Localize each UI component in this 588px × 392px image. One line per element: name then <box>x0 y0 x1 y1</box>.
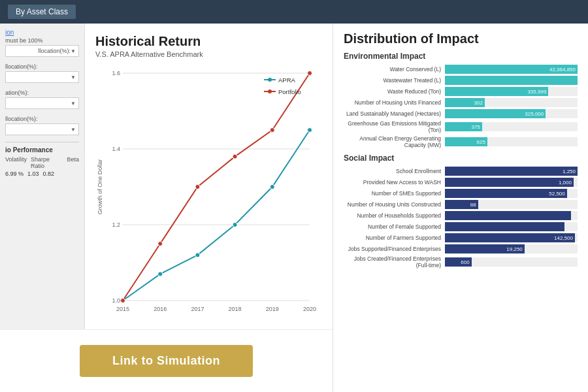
bar-fill: 42,364,850 <box>445 65 578 74</box>
dropdown-arrow-4: ▼ <box>71 127 76 133</box>
bar-fill <box>445 222 564 231</box>
simulation-button[interactable]: Link to Simulation <box>80 345 253 377</box>
bar-label: Water Conserved (L) <box>344 66 445 73</box>
bar-value: 600 <box>461 259 469 265</box>
bar-track: 19,250 <box>445 244 578 253</box>
bar-fill: 142,500 <box>445 233 575 242</box>
sidebar-sublabel-3: ation(%): <box>5 90 79 96</box>
perf-sharpe: 1.03 <box>27 171 39 177</box>
sidebar: ion must be 100% llocation(%): ▼ llocati… <box>0 24 85 329</box>
sidebar-input-2[interactable]: ▼ <box>5 71 79 83</box>
bar-fill: 1,000 <box>445 178 574 187</box>
svg-text:2019: 2019 <box>266 306 279 312</box>
sidebar-input-1[interactable]: llocation(%): ▼ <box>5 45 79 57</box>
svg-point-16 <box>158 272 163 276</box>
bar-row: School Enrollment1,250 <box>344 167 578 176</box>
social-bars: School Enrollment1,250Provided New Acces… <box>344 167 578 269</box>
bar-value: 302 <box>474 100 483 106</box>
bar-value: 19,250 <box>506 246 522 252</box>
bar-fill: 600 <box>445 257 472 267</box>
sidebar-label-1: ion <box>5 29 79 36</box>
bar-fill: 302 <box>445 98 485 107</box>
bar-track: 600 <box>445 257 578 267</box>
bar-label: Number of Female Supported <box>344 223 445 230</box>
bar-track: 1,250 <box>445 167 578 176</box>
bar-fill <box>445 76 578 85</box>
bar-row: Jobs Created/Financed Enterprises (Full-… <box>344 255 578 269</box>
bar-label: Number of SMEs Supported <box>344 190 445 197</box>
bar-value: 325,000 <box>525 111 544 117</box>
asset-class-button[interactable]: By Asset Class <box>8 5 76 19</box>
bar-label: Waste Reduced (Ton) <box>344 88 445 95</box>
bar-label: Number of Households Supported <box>344 212 445 219</box>
bar-label: Number of Housing Units Financed <box>344 99 445 106</box>
dropdown-arrow-2: ▼ <box>71 74 76 80</box>
bar-fill: 625 <box>445 137 487 146</box>
svg-point-20 <box>308 128 312 133</box>
bar-track: 52,500 <box>445 189 578 198</box>
chart-subtitle: V.S. APRA Alternative Benchmark <box>95 50 319 58</box>
env-bars: Water Conserved (L)42,364,850Wastewater … <box>344 65 578 148</box>
bar-track <box>445 222 578 231</box>
chart-area: Historical Return V.S. APRA Alternative … <box>85 24 333 329</box>
bar-value: 42,364,850 <box>549 67 576 73</box>
bar-row: Number of SMEs Supported52,500 <box>344 189 578 198</box>
sidebar-input-3[interactable]: ▼ <box>5 97 79 109</box>
bar-value: 335,999 <box>527 89 546 95</box>
sidebar-input-4[interactable]: ▼ <box>5 123 79 135</box>
svg-point-28 <box>268 78 272 82</box>
bar-label: Greenhouse Gas Emissions Mitigated (Ton) <box>344 120 445 133</box>
perf-header-vol: Volatility <box>5 156 27 169</box>
bar-track: 142,500 <box>445 233 578 242</box>
dropdown-arrow-1: ▼ <box>71 48 76 54</box>
bar-row: Jobs Supported/Financed Enterprises19,25… <box>344 244 578 253</box>
svg-point-25 <box>270 128 274 133</box>
bar-value: 1,000 <box>559 180 572 186</box>
social-section-title: Social Impact <box>344 154 578 163</box>
perf-headers: Volatility Sharpe Ratio Beta <box>5 156 79 169</box>
bar-value: 88 <box>470 202 476 208</box>
svg-text:2020: 2020 <box>303 306 316 312</box>
bar-label: Jobs Supported/Financed Enterprises <box>344 246 445 252</box>
bar-fill: 375 <box>445 122 482 131</box>
bar-value: 52,500 <box>549 191 564 197</box>
svg-point-18 <box>233 223 237 227</box>
svg-text:1.6: 1.6 <box>112 70 120 76</box>
svg-text:2018: 2018 <box>229 306 242 312</box>
left-panel: ion must be 100% llocation(%): ▼ llocati… <box>0 24 333 392</box>
bar-row: Waste Reduced (Ton)335,999 <box>344 87 578 96</box>
bar-track: 1,000 <box>445 178 578 187</box>
bar-row: Water Conserved (L)42,364,850 <box>344 65 578 74</box>
bar-track: 302 <box>445 98 578 107</box>
bar-row: Annual Clean Energy Generating Capacity … <box>344 135 578 148</box>
perf-values: 6.99 % 1.03 0.82 <box>5 171 79 177</box>
right-panel: Distribution of Impact Environmental Imp… <box>333 24 588 392</box>
svg-point-24 <box>233 154 237 159</box>
svg-point-23 <box>195 185 200 189</box>
bar-row: Wastewater Treated (L) <box>344 76 578 85</box>
bar-row: Provided New Access to WASH1,000 <box>344 178 578 187</box>
perf-title: io Performance <box>5 146 79 154</box>
svg-point-21 <box>121 299 125 303</box>
bar-fill: 88 <box>445 200 478 209</box>
chart-container: 1.01.21.41.6201520162017201820192020Grow… <box>95 63 319 323</box>
perf-header-beta: Beta <box>67 156 79 169</box>
bar-label: School Enrollment <box>344 168 445 174</box>
sidebar-group-3: ation(%): ▼ <box>5 90 79 109</box>
svg-text:2015: 2015 <box>116 306 129 312</box>
bar-fill: 335,999 <box>445 87 548 96</box>
bar-row: Number of Housing Units Constructed88 <box>344 200 578 209</box>
sidebar-sublabel-4: llocation(%): <box>5 116 79 122</box>
perf-header-sharpe: Sharpe Ratio <box>31 156 63 169</box>
bar-label: Number of Farmers Supported <box>344 235 445 241</box>
bar-value: 142,500 <box>554 235 573 241</box>
bar-fill: 19,250 <box>445 244 525 253</box>
svg-text:APRA: APRA <box>278 76 296 84</box>
perf-vol: 6.99 % <box>5 171 24 177</box>
left-inner: ion must be 100% llocation(%): ▼ llocati… <box>0 24 333 329</box>
main-content: ion must be 100% llocation(%): ▼ llocati… <box>0 24 588 392</box>
svg-text:2017: 2017 <box>191 306 204 312</box>
svg-text:2016: 2016 <box>154 306 167 312</box>
svg-point-26 <box>308 71 312 76</box>
bar-fill: 52,500 <box>445 189 567 198</box>
